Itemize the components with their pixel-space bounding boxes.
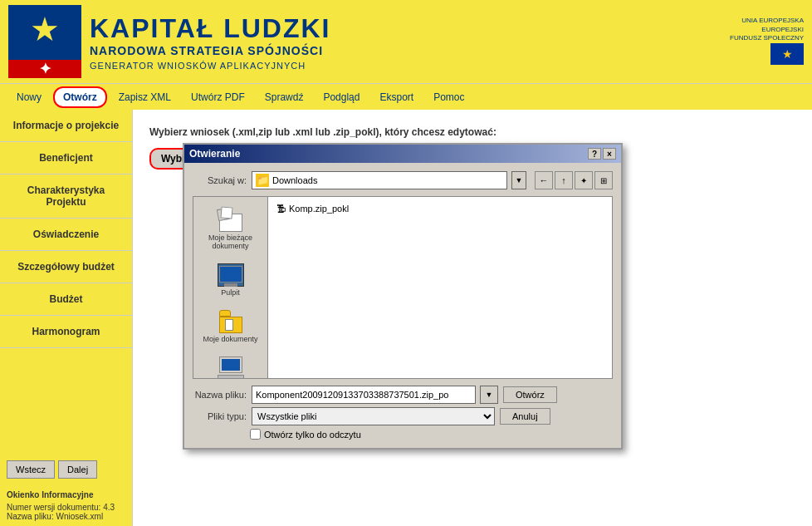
my-docs-icon [217, 310, 245, 333]
sidebar-my-computer[interactable]: Mój komputer [198, 353, 264, 378]
dialog-filename-row: Nazwa pliku: ▼ Otwórz [193, 386, 613, 404]
nav-eksport[interactable]: Eksport [371, 88, 422, 106]
dialog-controls: ? × [588, 148, 616, 160]
header-generator: GENERATOR WNIOSKÓW APLIKACYJNYCH [90, 61, 712, 71]
back-button[interactable]: Wstecz [7, 460, 55, 479]
eu-text: UNIA EUROPEJSKA EUROPEJSKI FUNDUSZ SPOŁE… [730, 17, 804, 42]
sidebar-item-beneficjent[interactable]: Beneficjent [0, 142, 132, 175]
sidebar-info-title: Okienko Informacyjne [7, 490, 125, 499]
back-nav-btn[interactable]: ← [535, 171, 553, 189]
search-label: Szukaj w: [193, 175, 247, 185]
nav-podglad[interactable]: Podgląd [315, 88, 368, 106]
eu-flag: ★ [770, 43, 804, 65]
file-item-komp[interactable]: 🗜 Komp.zip_pokl [273, 202, 607, 215]
filename-input[interactable] [252, 386, 476, 404]
sidebar-recent-docs[interactable]: Moje bieżące dokumenty [198, 202, 264, 253]
doc-version: Numer wersji dokumentu: 4.3 [7, 503, 125, 512]
filetype-label: Pliki typu: [193, 411, 247, 421]
navbar: Nowy Otwórz Zapisz XML Utwórz PDF Sprawd… [0, 83, 812, 110]
nav-nowy[interactable]: Nowy [8, 88, 50, 106]
filetype-select[interactable]: Wszystkie pliki [252, 407, 495, 425]
view-btn[interactable]: ⊞ [594, 171, 613, 189]
content-area: Wybierz wniosek (.xml,zip lub .xml lub .… [133, 110, 812, 526]
nav-utworz-pdf[interactable]: Utwórz PDF [183, 88, 253, 106]
dialog-close-btn[interactable]: × [603, 148, 616, 160]
sidebar-info: Okienko Informacyjne Numer wersji dokume… [0, 485, 132, 526]
logo: ★ ✦ [8, 5, 81, 78]
dialog-toolbar: ← ↑ ✦ ⊞ [535, 171, 613, 189]
sidebar-desktop[interactable]: Pulpit [198, 260, 264, 300]
header: ★ ✦ KAPITAŁ LUDZKI NARODOWA STRATEGIA SP… [0, 0, 812, 83]
sidebar-item-harmonogram[interactable]: Harmonogram [0, 316, 132, 348]
header-title: KAPITAŁ LUDZKI [90, 13, 712, 44]
dialog-left-sidebar: Moje bieżące dokumenty Pulpit [193, 197, 268, 378]
sidebar-my-docs[interactable]: Moje dokumenty [198, 307, 264, 347]
nav-otworz[interactable]: Otwórz [53, 86, 107, 108]
nav-sprawdz[interactable]: Sprawdź [257, 88, 312, 106]
desktop-icon [218, 263, 244, 287]
my-docs-label: Moje dokumenty [203, 335, 257, 343]
logo-red-bar: ✦ [8, 60, 81, 78]
sidebar: Informacje o projekcie Beneficjent Chara… [0, 110, 133, 526]
readonly-label: Otwórz tylko do odczytu [264, 430, 361, 440]
sidebar-item-szczegolowy[interactable]: Szczegółowy budżet [0, 251, 132, 283]
my-computer-icon [218, 356, 244, 378]
dialog-checkbox-row: Otwórz tylko do odczytu [193, 429, 613, 440]
dialog-open-btn[interactable]: Otwórz [503, 386, 557, 403]
header-eu: UNIA EUROPEJSKA EUROPEJSKI FUNDUSZ SPOŁE… [712, 17, 804, 66]
readonly-checkbox[interactable] [250, 429, 261, 440]
folder-dropdown[interactable]: ▼ [511, 171, 526, 189]
nav-pomoc[interactable]: Pomoc [425, 88, 472, 106]
file-dialog: Otwieranie ? × Szukaj w: 📁 Downloads [183, 143, 623, 450]
sidebar-item-charakterystyka[interactable]: Charakterystyka Projektu [0, 175, 132, 219]
recent-docs-icon [218, 205, 244, 232]
dialog-content-area: Moje bieżące dokumenty Pulpit [193, 196, 613, 379]
dialog-search-row: Szukaj w: 📁 Downloads ▼ ← ↑ ✦ [193, 171, 613, 189]
sidebar-item-oswiadczenie[interactable]: Oświadczenie [0, 219, 132, 251]
header-subtitle: NARODOWA STRATEGIA SPÓJNOŚCI [90, 44, 712, 57]
recent-docs-label: Moje bieżące dokumenty [201, 234, 261, 250]
content-instruction: Wybierz wniosek (.xml,zip lub .xml lub .… [149, 126, 795, 138]
new-folder-btn[interactable]: ✦ [575, 171, 593, 189]
dialog-help-btn[interactable]: ? [588, 148, 601, 160]
main: Informacje o projekcie Beneficjent Chara… [0, 110, 812, 526]
dialog-filetype-row: Pliki typu: Wszystkie pliki Anuluj [193, 407, 613, 425]
nav-zapisz-xml[interactable]: Zapisz XML [110, 88, 179, 106]
dialog-cancel-btn[interactable]: Anuluj [500, 408, 550, 425]
filename-label: Nazwa pliku: [193, 390, 247, 400]
file-name: Nazwa pliku: Wniosek.xml [7, 512, 125, 521]
dialog-title: Otwieranie [189, 148, 240, 160]
folder-icon: 📁 [256, 174, 269, 187]
desktop-label: Pulpit [221, 288, 240, 297]
star-icon: ★ [30, 10, 60, 48]
sidebar-item-informacje[interactable]: Informacje o projekcie [0, 110, 132, 142]
file-name-komp: Komp.zip_pokl [289, 204, 349, 214]
dialog-files-panel: 🗜 Komp.zip_pokl [268, 197, 612, 378]
dialog-titlebar: Otwieranie ? × [184, 145, 621, 163]
filename-dropdown[interactable]: ▼ [480, 386, 498, 404]
current-folder: Downloads [272, 175, 503, 185]
up-btn[interactable]: ↑ [555, 171, 573, 189]
path-bar: 📁 Downloads [252, 171, 507, 189]
next-button[interactable]: Dalej [58, 460, 97, 479]
sidebar-item-budzet[interactable]: Budżet [0, 283, 132, 316]
dialog-body: Szukaj w: 📁 Downloads ▼ ← ↑ ✦ [184, 163, 621, 448]
header-text: KAPITAŁ LUDZKI NARODOWA STRATEGIA SPÓJNO… [90, 13, 712, 71]
